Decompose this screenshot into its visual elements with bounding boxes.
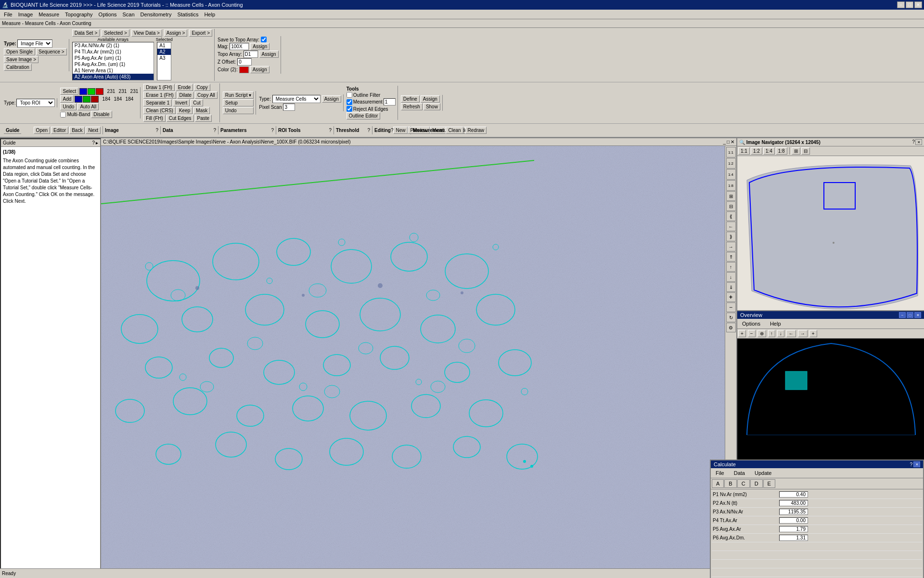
menu-densitometry[interactable]: Densitometry bbox=[138, 11, 175, 18]
overview-zoom-out-btn[interactable]: − bbox=[748, 330, 756, 337]
erase1-button[interactable]: Erase 1 (FH) bbox=[143, 92, 176, 99]
color2-swatch[interactable] bbox=[239, 66, 249, 73]
run-script-button[interactable]: Run Script ▾ bbox=[223, 92, 254, 99]
view-data-button[interactable]: View Data > bbox=[131, 29, 162, 37]
navigator-help-icon[interactable]: ? bbox=[912, 139, 915, 145]
calc-data-menu[interactable]: Data bbox=[731, 469, 748, 477]
outline-filter-check[interactable] bbox=[346, 92, 352, 98]
image-close-icon[interactable]: ✕ bbox=[731, 139, 734, 144]
erode-button[interactable]: Erode bbox=[176, 84, 193, 91]
rotate-icon[interactable]: ↻ bbox=[726, 313, 736, 322]
add-button[interactable]: Add bbox=[60, 95, 74, 103]
calc-help-icon[interactable]: ? bbox=[910, 462, 912, 467]
calc-tab-a[interactable]: A bbox=[712, 479, 724, 488]
auto-all-button[interactable]: Auto All bbox=[77, 103, 99, 110]
assign-mag-button[interactable]: Assign bbox=[250, 43, 270, 50]
calc-tab-d[interactable]: D bbox=[750, 479, 763, 488]
fill-fh-button[interactable]: Fill (FH) bbox=[143, 115, 166, 122]
array-item-p3[interactable]: P3 Ax.N/Nv.Ar (2) (1) bbox=[73, 42, 154, 49]
guide-back-button[interactable]: Back bbox=[69, 127, 85, 134]
disable-button[interactable]: Disable bbox=[91, 111, 112, 118]
calc-win-controls[interactable]: ? ✕ bbox=[910, 461, 920, 467]
guide-arrow-icon[interactable]: ▸ bbox=[96, 140, 98, 145]
options-icon[interactable]: ⚙ bbox=[726, 323, 736, 332]
calc-file-menu[interactable]: File bbox=[713, 469, 727, 477]
reject-edges-check[interactable] bbox=[346, 106, 352, 112]
array-item-a1[interactable]: A1 Nerve Area (1) bbox=[73, 67, 154, 74]
overview-win-controls[interactable]: − □ ✕ bbox=[899, 312, 921, 318]
assign-color-button[interactable]: Assign bbox=[250, 66, 270, 73]
dilate-button[interactable]: Dilate bbox=[177, 92, 194, 99]
zoom-1-4[interactable]: 1:4 bbox=[726, 169, 736, 180]
menu-help[interactable]: Help bbox=[201, 11, 218, 18]
overview-add-btn[interactable]: + bbox=[809, 330, 817, 337]
guide-next-button[interactable]: Next bbox=[86, 127, 101, 134]
assign-measure-button[interactable]: Assign bbox=[322, 95, 341, 103]
selected-a2[interactable]: A2 bbox=[157, 49, 171, 55]
move-down-icon[interactable]: ↓ bbox=[726, 272, 736, 282]
overview-fit-btn[interactable]: ⊕ bbox=[757, 330, 766, 337]
setup-button[interactable]: Setup bbox=[223, 99, 254, 106]
multi-band-checkbox[interactable] bbox=[60, 112, 66, 118]
guide-editor-button[interactable]: Editor bbox=[51, 127, 68, 134]
invert-button[interactable]: Invert bbox=[173, 99, 190, 106]
window-controls[interactable]: − □ ✕ bbox=[897, 1, 922, 8]
overview-close-icon[interactable]: ✕ bbox=[914, 312, 921, 318]
calibration-button[interactable]: Calibration bbox=[4, 64, 32, 71]
fit-height-icon[interactable]: ⊟ bbox=[726, 201, 736, 211]
show-button[interactable]: Show bbox=[424, 103, 440, 110]
zoom-1-2[interactable]: 1:2 bbox=[726, 158, 736, 169]
array-item-p5[interactable]: P5 Avg.Ax.Ar (um) (1) bbox=[73, 55, 154, 61]
selected-arrays-list[interactable]: A1 A2 A3 bbox=[157, 42, 171, 80]
overview-help-menu[interactable]: Help bbox=[767, 320, 784, 328]
save-image-button[interactable]: Save Image > bbox=[4, 56, 38, 63]
image-restore-icon[interactable]: □ bbox=[727, 139, 730, 144]
data-set-button[interactable]: Data Set > bbox=[72, 29, 100, 37]
draw1-button[interactable]: Draw 1 (FH) bbox=[143, 84, 174, 91]
calc-tab-e[interactable]: E bbox=[763, 479, 775, 488]
zoom-1-8[interactable]: 1:8 bbox=[726, 180, 736, 191]
minimize-button[interactable]: − bbox=[897, 1, 905, 8]
menu-statistics[interactable]: Statistics bbox=[174, 11, 201, 18]
overview-left-btn[interactable]: ← bbox=[786, 330, 796, 337]
open-single-button[interactable]: Open Single bbox=[4, 48, 35, 55]
separate-button[interactable]: Separate 1 bbox=[143, 99, 172, 106]
undo-roi-button[interactable]: Undo bbox=[60, 103, 77, 110]
z-offset-input[interactable] bbox=[237, 58, 252, 66]
navigator-image[interactable] bbox=[737, 156, 924, 310]
maximize-button[interactable]: □ bbox=[906, 1, 913, 8]
menu-options[interactable]: Options bbox=[96, 11, 120, 18]
zoom-out-icon[interactable]: − bbox=[726, 302, 736, 312]
calc-update-menu[interactable]: Update bbox=[752, 469, 774, 477]
overview-up-btn[interactable]: ↑ bbox=[768, 330, 775, 337]
navigator-win-controls[interactable]: ? ✕ bbox=[912, 139, 922, 145]
overview-restore-icon[interactable]: □ bbox=[907, 312, 913, 318]
move-left-icon[interactable]: ← bbox=[726, 222, 736, 231]
menu-scan[interactable]: Scan bbox=[120, 11, 138, 18]
measurement-value-input[interactable] bbox=[384, 98, 396, 105]
measurement-check[interactable] bbox=[346, 99, 352, 105]
copy-all-button[interactable]: Copy All bbox=[195, 92, 218, 99]
nav-zoom-1-8[interactable]: 1:8 bbox=[776, 147, 787, 155]
topo-roi-select[interactable]: Topo ROI bbox=[16, 99, 55, 107]
outline-editor-button[interactable]: Outline Editor bbox=[346, 112, 381, 119]
menu-topography[interactable]: Topography bbox=[62, 11, 96, 18]
calc-close-icon[interactable]: ✕ bbox=[913, 461, 920, 467]
paste-button[interactable]: Paste bbox=[195, 115, 212, 122]
refresh-button[interactable]: Refresh bbox=[401, 103, 423, 110]
mask-button[interactable]: Mask bbox=[193, 107, 210, 114]
selected-a3[interactable]: A3 bbox=[157, 55, 171, 61]
assign3-button[interactable]: Assign bbox=[421, 95, 440, 103]
microscope-image[interactable]: 1:1 1:2 1:4 1:8 ⊞ ⊟ ⟪ ← ⟫ → ⇑ ↑ ↓ ⇓ + − … bbox=[101, 146, 736, 578]
array-item-p7[interactable]: P7 Axon Diameter (Auto) (483) bbox=[73, 80, 154, 80]
overview-down-btn[interactable]: ↓ bbox=[777, 330, 784, 337]
cut-edges-button[interactable]: Cut Edges bbox=[167, 115, 194, 122]
move-up-icon[interactable]: ↑ bbox=[726, 262, 736, 272]
undo2-button[interactable]: Undo bbox=[223, 107, 254, 114]
nav-zoom-1-2[interactable]: 1:2 bbox=[751, 147, 762, 155]
overview-options-menu[interactable]: Options bbox=[739, 320, 763, 328]
array-item-a2[interactable]: A2 Axon Area (Auto) (483) bbox=[73, 74, 154, 80]
pixel-scan-input[interactable] bbox=[283, 104, 295, 111]
assign-topo-button[interactable]: Assign bbox=[259, 51, 279, 58]
nav-fit-h[interactable]: ⊞ bbox=[792, 147, 800, 155]
